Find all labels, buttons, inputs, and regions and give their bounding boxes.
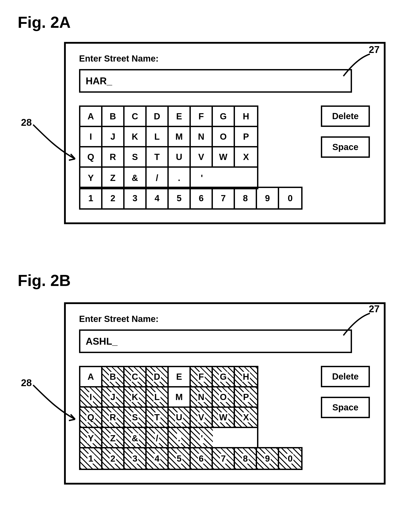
key-8[interactable]: 8: [235, 188, 257, 208]
key-': ': [191, 428, 213, 448]
key-M[interactable]: M: [169, 387, 191, 408]
key-P[interactable]: P: [235, 127, 257, 147]
key-X[interactable]: X: [235, 147, 257, 168]
prompt-label: Enter Street Name:: [79, 314, 159, 324]
key-9[interactable]: 9: [257, 188, 279, 208]
lead-27: [342, 312, 378, 339]
key-0: 0: [279, 448, 301, 469]
key-2[interactable]: 2: [103, 188, 124, 208]
space-button[interactable]: Space: [321, 397, 370, 418]
key-Y[interactable]: Y: [80, 168, 103, 188]
key-N[interactable]: N: [191, 127, 213, 147]
key-'[interactable]: ': [191, 168, 213, 188]
key-T: T: [147, 408, 169, 428]
key-V[interactable]: V: [191, 147, 213, 168]
key-A[interactable]: A: [80, 107, 103, 127]
key-1[interactable]: 1: [80, 188, 103, 208]
key-C: C: [124, 367, 147, 387]
key-G[interactable]: G: [213, 107, 235, 127]
key-X: X: [235, 408, 257, 428]
key-Y: Y: [80, 428, 103, 448]
key-4[interactable]: 4: [147, 188, 169, 208]
key-B: B: [103, 367, 124, 387]
fig-2b-title: Fig. 2B: [18, 271, 71, 290]
key-S[interactable]: S: [124, 147, 147, 168]
key-7[interactable]: 7: [213, 188, 235, 208]
key-B[interactable]: B: [103, 107, 124, 127]
key-3[interactable]: 3: [124, 188, 147, 208]
key-.[interactable]: .: [169, 168, 191, 188]
key-A[interactable]: A: [80, 367, 103, 387]
input-value: ASHL_: [86, 336, 117, 347]
key-C[interactable]: C: [124, 107, 147, 127]
key-&: &: [124, 428, 147, 448]
key-7: 7: [213, 448, 235, 469]
key-I: I: [80, 387, 103, 408]
key-D: D: [147, 367, 169, 387]
key-T[interactable]: T: [147, 147, 169, 168]
key-F: F: [191, 367, 213, 387]
key-Q: Q: [80, 408, 103, 428]
key-U[interactable]: U: [169, 147, 191, 168]
key-1: 1: [80, 448, 103, 469]
key-M[interactable]: M: [169, 127, 191, 147]
key-Q[interactable]: Q: [80, 147, 103, 168]
key-L[interactable]: L: [147, 127, 169, 147]
delete-button[interactable]: Delete: [321, 366, 370, 387]
key-L: L: [147, 387, 169, 408]
ref-28: 28: [21, 377, 32, 388]
alpha-keypad: ABCDEFGHIJKLMNOPQRSTUVWXYZ&/.': [79, 106, 258, 189]
key-Z: Z: [103, 428, 124, 448]
key-J[interactable]: J: [103, 127, 124, 147]
prompt-label: Enter Street Name:: [79, 54, 159, 63]
page: Fig. 2A Enter Street Name: HAR_ ABCDEFGH…: [0, 0, 403, 532]
key-2: 2: [103, 448, 124, 469]
key-K[interactable]: K: [124, 127, 147, 147]
key-I[interactable]: I: [80, 127, 103, 147]
key-W: W: [213, 408, 235, 428]
key-R: R: [103, 408, 124, 428]
input-value: HAR_: [86, 76, 112, 87]
key-E[interactable]: E: [169, 367, 191, 387]
key-D[interactable]: D: [147, 107, 169, 127]
key-Z[interactable]: Z: [103, 168, 124, 188]
key-4: 4: [147, 448, 169, 469]
key-O[interactable]: O: [213, 127, 235, 147]
key-0[interactable]: 0: [279, 188, 301, 208]
key-&[interactable]: &: [124, 168, 147, 188]
key-P: P: [235, 387, 257, 408]
street-name-input[interactable]: HAR_: [79, 69, 352, 93]
alpha-keypad: ABCDEFGHIJKLMNOPQRSTUVWXYZ&/.': [79, 366, 258, 450]
key-S: S: [124, 408, 147, 428]
lead-27: [342, 53, 378, 79]
fig-2a-panel: Enter Street Name: HAR_ ABCDEFGHIJKLMNOP…: [64, 42, 386, 224]
key-8: 8: [235, 448, 257, 469]
key-/: /: [147, 428, 169, 448]
fig-2a-title: Fig. 2A: [18, 13, 71, 31]
space-button[interactable]: Space: [321, 136, 370, 158]
key-/[interactable]: /: [147, 168, 169, 188]
key-E[interactable]: E: [169, 107, 191, 127]
lead-28: [32, 384, 78, 421]
key-O: O: [213, 387, 235, 408]
key-V: V: [191, 408, 213, 428]
key-H: H: [235, 367, 257, 387]
fig-2b-panel: Enter Street Name: ASHL_ ABCDEFGHIJKLMNO…: [64, 302, 386, 485]
key-R[interactable]: R: [103, 147, 124, 168]
key-3: 3: [124, 448, 147, 469]
key-6: 6: [191, 448, 213, 469]
key-U: U: [169, 408, 191, 428]
ref-28: 28: [21, 117, 32, 128]
delete-button[interactable]: Delete: [321, 106, 370, 127]
key-5[interactable]: 5: [169, 188, 191, 208]
key-G: G: [213, 367, 235, 387]
key-W[interactable]: W: [213, 147, 235, 168]
number-row: 1234567890: [79, 187, 303, 210]
key-5: 5: [169, 448, 191, 469]
key-F[interactable]: F: [191, 107, 213, 127]
key-K: K: [124, 387, 147, 408]
key-H[interactable]: H: [235, 107, 257, 127]
key-6[interactable]: 6: [191, 188, 213, 208]
street-name-input[interactable]: ASHL_: [79, 329, 352, 353]
lead-28: [32, 124, 78, 161]
